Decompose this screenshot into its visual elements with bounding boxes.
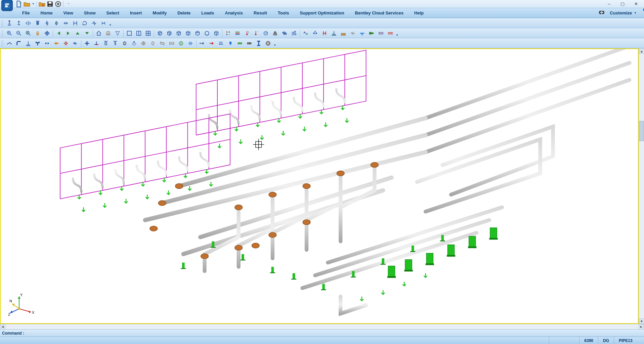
exchanger-icon[interactable] <box>158 39 167 48</box>
spring-icon[interactable] <box>43 19 51 28</box>
toolbar-overflow-icon[interactable]: ▾ <box>395 29 399 38</box>
limit-stop-icon[interactable] <box>71 19 80 28</box>
menu-modify[interactable]: Modify <box>147 8 172 18</box>
close-button[interactable]: ✕ <box>629 0 643 8</box>
menu-result[interactable]: Result <box>248 8 272 18</box>
flange-icon[interactable] <box>320 29 329 38</box>
valve-insert-icon[interactable] <box>43 39 51 48</box>
toolbar-grip[interactable] <box>1 40 3 47</box>
menu-help[interactable]: Help <box>409 8 429 18</box>
pump-icon[interactable] <box>139 39 148 48</box>
hanger-insert-icon[interactable] <box>101 39 110 48</box>
qat-customize-icon[interactable]: ⁼ <box>65 1 72 7</box>
app-icon[interactable] <box>1 0 13 11</box>
left-view-icon[interactable] <box>174 29 183 38</box>
customize-button[interactable]: Customize ▼ <box>607 10 639 15</box>
menu-loads[interactable]: Loads <box>196 8 219 18</box>
wind-icon[interactable] <box>290 29 298 38</box>
pipe-prop-icon[interactable] <box>245 39 254 48</box>
user-sif-icon[interactable] <box>90 19 98 28</box>
viewport-3d[interactable]: X Y Z N <box>0 48 639 324</box>
force-icon[interactable] <box>207 39 216 48</box>
weight-icon[interactable] <box>271 29 280 38</box>
menu-tools[interactable]: Tools <box>272 8 295 18</box>
temperature-icon[interactable] <box>243 29 251 38</box>
bottom-view-icon[interactable] <box>203 29 211 38</box>
spring-hanger-icon[interactable] <box>33 19 42 28</box>
snubber-insert-icon[interactable] <box>120 39 129 48</box>
zoom-out-icon[interactable] <box>14 29 23 38</box>
tee-insert-icon[interactable] <box>33 39 42 48</box>
reducer-insert-icon[interactable] <box>52 39 61 48</box>
horizontal-scrollbar[interactable]: ◄ ► <box>0 324 644 329</box>
scroll-up-icon[interactable]: ▲ <box>639 48 644 54</box>
expansion-joint-insert-icon[interactable] <box>71 39 80 48</box>
turbine-icon[interactable] <box>167 39 176 48</box>
scroll-left-icon[interactable]: ◄ <box>0 324 5 330</box>
toolbar-grip[interactable] <box>1 30 3 37</box>
new-file-icon[interactable] <box>15 1 23 7</box>
home-view-icon[interactable] <box>94 29 103 38</box>
scroll-track[interactable] <box>5 324 639 330</box>
front-view-icon[interactable] <box>156 29 164 38</box>
toolbar-grip[interactable] <box>1 20 3 27</box>
compressor-icon[interactable] <box>177 39 185 48</box>
snubber-icon[interactable] <box>52 19 61 28</box>
top-view-icon[interactable] <box>193 29 202 38</box>
wave-icon[interactable] <box>235 39 244 48</box>
zoom-extents-icon[interactable] <box>24 29 33 38</box>
right-view-icon[interactable] <box>184 29 192 38</box>
flange-insert-icon[interactable] <box>61 39 70 48</box>
iso-view-icon[interactable] <box>212 29 221 38</box>
rotational-icon[interactable] <box>80 19 89 28</box>
guide-icon[interactable] <box>24 19 33 28</box>
wind-load-icon[interactable] <box>226 39 235 48</box>
down-arrow-icon[interactable] <box>83 29 91 38</box>
scroll-track[interactable] <box>639 54 644 318</box>
menu-home[interactable]: Home <box>35 8 58 18</box>
orbit-icon[interactable] <box>43 29 51 38</box>
restraint-icon[interactable] <box>186 39 195 48</box>
seismic-icon[interactable] <box>280 29 289 38</box>
toolbar-overflow-icon[interactable]: ▾ <box>108 19 112 28</box>
recent-file-icon[interactable]: R <box>38 1 46 7</box>
back-view-icon[interactable] <box>165 29 174 38</box>
pan-icon[interactable] <box>33 29 42 38</box>
up-arrow-icon[interactable] <box>73 29 82 38</box>
elbow-icon[interactable] <box>14 39 23 48</box>
filter-icon[interactable] <box>113 29 122 38</box>
menu-delete[interactable]: Delete <box>172 8 196 18</box>
menu-bentley-cloud-services[interactable]: Bentley Cloud Services <box>350 8 409 18</box>
minimize-button[interactable]: – <box>602 0 616 8</box>
maximize-button[interactable]: ▢ <box>616 0 629 8</box>
left-arrow-icon[interactable] <box>54 29 63 38</box>
soil-icon[interactable] <box>339 29 348 38</box>
save-icon[interactable] <box>46 1 54 7</box>
material-icon[interactable] <box>264 39 272 48</box>
menu-analysis[interactable]: Analysis <box>220 8 248 18</box>
pressure-icon[interactable] <box>261 29 270 38</box>
cross-icon[interactable] <box>83 39 91 48</box>
branch-icon[interactable] <box>92 39 101 48</box>
menu-show[interactable]: Show <box>79 8 101 18</box>
line-stop-icon[interactable] <box>61 19 70 28</box>
camera-icon[interactable] <box>104 29 113 38</box>
link-icon[interactable] <box>598 10 605 16</box>
anchor-point-icon[interactable] <box>24 39 33 48</box>
tie-link-icon[interactable] <box>99 19 108 28</box>
menu-select[interactable]: Select <box>101 8 125 18</box>
vessel-icon[interactable] <box>148 39 157 48</box>
show-element-icon[interactable] <box>233 29 242 38</box>
reducer-icon[interactable] <box>367 29 376 38</box>
scroll-thumb[interactable] <box>639 121 644 141</box>
menu-view[interactable]: View <box>58 8 79 18</box>
right-arrow-icon[interactable] <box>64 29 73 38</box>
displacement-icon[interactable] <box>198 39 207 48</box>
valve-icon[interactable] <box>311 29 319 38</box>
pipe-run-icon[interactable] <box>5 39 14 48</box>
show-node-icon[interactable] <box>224 29 232 38</box>
dropdown-icon[interactable]: ▼ <box>31 1 35 7</box>
scroll-right-icon[interactable]: ► <box>639 324 644 330</box>
menu-file[interactable]: File <box>17 8 35 18</box>
spring-insert-icon[interactable] <box>111 39 120 48</box>
